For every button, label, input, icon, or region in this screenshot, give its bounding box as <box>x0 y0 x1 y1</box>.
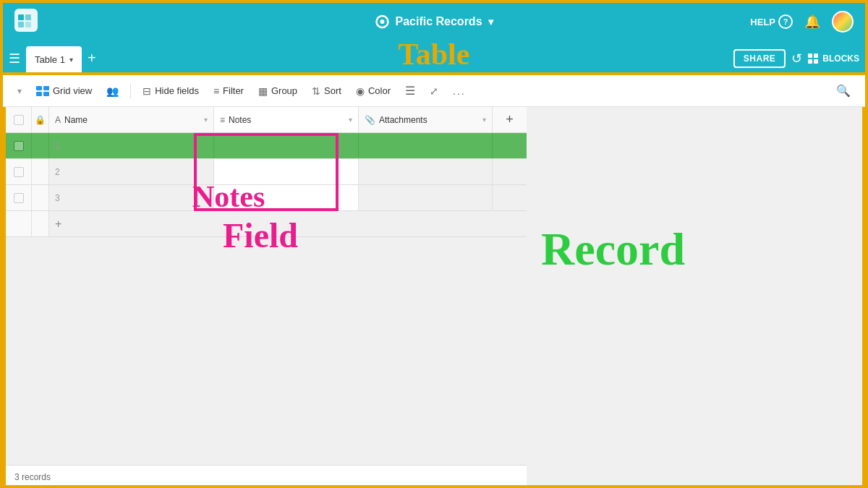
svg-rect-8 <box>814 53 818 58</box>
row2-attach-cell[interactable] <box>359 159 493 184</box>
filter-button[interactable]: ≡ Filter <box>208 81 250 101</box>
group-label: Group <box>271 85 297 96</box>
group-icon: ▦ <box>258 85 268 97</box>
app-name-group: Pacific Records ▾ <box>375 14 493 29</box>
share-button[interactable]: SHARE <box>733 49 786 68</box>
help-label: HELP <box>750 17 775 27</box>
filter-icon: ≡ <box>213 85 219 97</box>
blocks-button[interactable]: BLOCKS <box>808 53 859 64</box>
row3-num: 3 <box>55 193 60 203</box>
help-button[interactable]: HELP ? <box>750 14 793 29</box>
app-name-dropdown[interactable]: ▾ <box>488 16 493 27</box>
name-col-dropdown-icon[interactable]: ▾ <box>204 116 208 124</box>
table-tab[interactable]: Table 1 ▾ <box>26 46 82 72</box>
summary-button[interactable]: ☰ <box>399 80 421 102</box>
table-row[interactable]: 2 <box>6 159 527 185</box>
lock-icon: 🔒 <box>35 115 46 125</box>
notes-col-label: Notes <box>229 115 251 125</box>
row3-name-cell[interactable]: 3 <box>49 185 214 210</box>
attachments-col-icon: 📎 <box>365 115 375 125</box>
view-collapse-button[interactable]: ▾ <box>12 82 27 100</box>
table-row[interactable]: 3 <box>6 185 527 211</box>
grid-rows-container: 1 2 <box>6 133 527 465</box>
row1-checkbox[interactable] <box>14 141 24 151</box>
header-attachments-cell[interactable]: 📎 Attachments ▾ <box>359 107 493 132</box>
table-tab-dropdown-icon[interactable]: ▾ <box>69 56 73 64</box>
svg-rect-4 <box>25 22 31 27</box>
select-all-checkbox[interactable] <box>14 115 24 125</box>
table-title-annotation: Table <box>399 39 470 69</box>
toolbar-divider-1 <box>130 84 131 98</box>
more-options-button[interactable]: ... <box>447 81 472 101</box>
name-col-label: Name <box>64 115 88 125</box>
app-name-text: Pacific Records <box>395 15 482 28</box>
summary-icon: ☰ <box>405 84 415 98</box>
hide-fields-button[interactable]: ⊟ Hide fields <box>137 81 205 101</box>
header-notes-cell[interactable]: ≡ Notes ▾ <box>214 107 359 132</box>
header-add-col-cell[interactable]: + <box>493 107 527 132</box>
grid-view-button[interactable]: Grid view <box>30 81 98 100</box>
svg-rect-1 <box>18 14 24 20</box>
add-row-lock-cell <box>32 211 49 236</box>
notes-col-dropdown-icon[interactable]: ▾ <box>349 116 352 124</box>
more-icon: ... <box>453 85 466 97</box>
sort-button[interactable]: ⇅ Sort <box>306 81 347 101</box>
filter-label: Filter <box>223 85 244 96</box>
row1-notes-cell[interactable] <box>214 133 359 158</box>
hide-fields-icon: ⊟ <box>142 85 151 97</box>
row3-checkbox[interactable] <box>14 193 24 203</box>
name-col-icon: A <box>55 115 61 125</box>
row1-attach-cell[interactable] <box>359 133 493 158</box>
attachments-col-dropdown-icon[interactable]: ▾ <box>482 116 486 124</box>
add-column-icon[interactable]: + <box>506 112 514 127</box>
header-name-cell[interactable]: A Name ▾ <box>49 107 214 132</box>
row2-checkbox[interactable] <box>14 167 24 177</box>
add-table-button[interactable]: + <box>88 50 96 72</box>
top-nav: Pacific Records ▾ HELP ? 🔔 <box>3 3 865 40</box>
record-annotation-label: Record <box>541 223 685 276</box>
notes-annotation-label: Notes <box>192 180 265 213</box>
color-button[interactable]: ◉ Color <box>350 81 396 101</box>
user-avatar[interactable] <box>832 11 854 33</box>
row2-checkbox-cell[interactable] <box>6 159 32 184</box>
expand-icon: ⤢ <box>430 85 438 97</box>
expand-button[interactable]: ⤢ <box>424 81 444 101</box>
row1-name-cell[interactable]: 1 <box>49 133 214 158</box>
add-row-icon[interactable]: + <box>55 218 61 231</box>
notes-annotation-wrapper: Notes <box>192 179 265 214</box>
status-bar: 3 records <box>6 465 527 488</box>
bell-icon[interactable]: 🔔 <box>804 14 820 30</box>
toolbar: ▾ Grid view 👥 ⊟ Hide fields ≡ Filter ▦ G… <box>3 75 865 107</box>
color-label: Color <box>368 85 391 96</box>
svg-point-6 <box>380 20 384 24</box>
header-checkbox-cell[interactable] <box>6 107 32 132</box>
hide-fields-label: Hide fields <box>155 85 199 96</box>
group-button[interactable]: ▦ Group <box>252 81 303 101</box>
search-button[interactable]: 🔍 <box>830 80 856 102</box>
right-panel: Record <box>527 107 862 488</box>
table-bar-right: SHARE ↺ BLOCKS <box>733 49 859 72</box>
grid-header: 🔒 A Name ▾ ≡ Notes ▾ 📎 Attachments <box>6 107 527 133</box>
app-container: Pacific Records ▾ HELP ? 🔔 ☰ Table 1 ▾ +… <box>0 0 868 488</box>
history-icon[interactable]: ↺ <box>791 51 802 67</box>
svg-rect-10 <box>814 59 818 64</box>
header-lock-cell: 🔒 <box>32 107 49 132</box>
row1-checkbox-cell[interactable] <box>6 133 32 158</box>
row2-name-cell[interactable]: 2 <box>49 159 214 184</box>
team-views-button[interactable]: 👥 <box>101 81 124 101</box>
row3-expand-cell <box>32 185 49 210</box>
svg-rect-3 <box>18 22 24 27</box>
grid-area: 🔒 A Name ▾ ≡ Notes ▾ 📎 Attachments <box>6 107 527 488</box>
row3-attach-cell[interactable] <box>359 185 493 210</box>
app-logo <box>14 9 38 35</box>
table-row[interactable]: 1 <box>6 133 527 159</box>
table-bar: ☰ Table 1 ▾ + Table SHARE ↺ BLOCKS <box>3 40 865 75</box>
sidebar-toggle-button[interactable]: ☰ <box>9 51 20 72</box>
row1-num: 1 <box>55 141 60 151</box>
team-icon: 👥 <box>106 85 119 97</box>
row3-checkbox-cell[interactable] <box>6 185 32 210</box>
blocks-label: BLOCKS <box>822 53 859 64</box>
row2-spacer <box>493 159 527 184</box>
field-annotation-wrapper: Field <box>223 215 298 255</box>
color-icon: ◉ <box>356 85 365 97</box>
